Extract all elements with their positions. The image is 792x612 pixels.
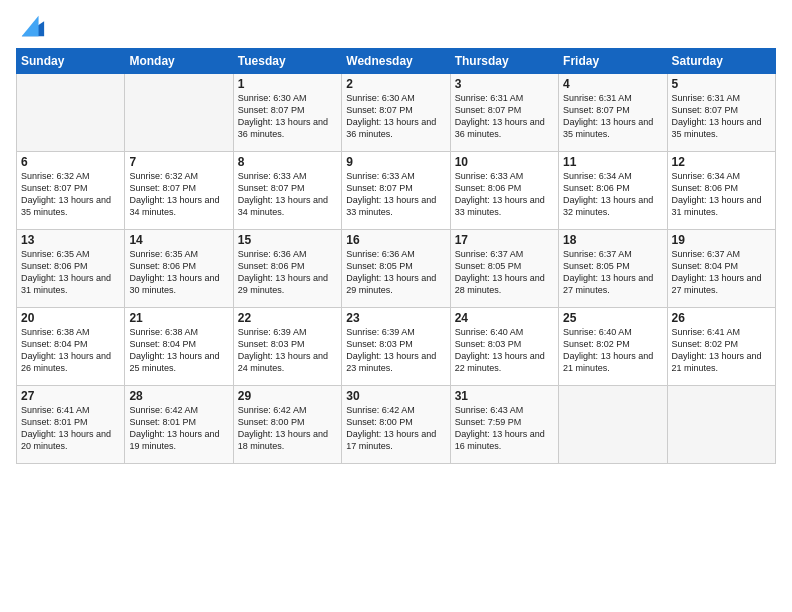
day-number: 30 xyxy=(346,389,445,403)
calendar-cell: 11Sunrise: 6:34 AM Sunset: 8:06 PM Dayli… xyxy=(559,152,667,230)
calendar-cell: 19Sunrise: 6:37 AM Sunset: 8:04 PM Dayli… xyxy=(667,230,775,308)
day-info: Sunrise: 6:43 AM Sunset: 7:59 PM Dayligh… xyxy=(455,404,554,453)
svg-marker-1 xyxy=(22,16,39,37)
day-number: 12 xyxy=(672,155,771,169)
calendar-cell: 1Sunrise: 6:30 AM Sunset: 8:07 PM Daylig… xyxy=(233,74,341,152)
calendar-cell: 21Sunrise: 6:38 AM Sunset: 8:04 PM Dayli… xyxy=(125,308,233,386)
day-info: Sunrise: 6:39 AM Sunset: 8:03 PM Dayligh… xyxy=(238,326,337,375)
calendar-cell: 23Sunrise: 6:39 AM Sunset: 8:03 PM Dayli… xyxy=(342,308,450,386)
calendar-cell: 8Sunrise: 6:33 AM Sunset: 8:07 PM Daylig… xyxy=(233,152,341,230)
calendar-cell: 17Sunrise: 6:37 AM Sunset: 8:05 PM Dayli… xyxy=(450,230,558,308)
day-number: 28 xyxy=(129,389,228,403)
day-info: Sunrise: 6:34 AM Sunset: 8:06 PM Dayligh… xyxy=(563,170,662,219)
day-info: Sunrise: 6:38 AM Sunset: 8:04 PM Dayligh… xyxy=(21,326,120,375)
calendar-cell: 13Sunrise: 6:35 AM Sunset: 8:06 PM Dayli… xyxy=(17,230,125,308)
day-info: Sunrise: 6:31 AM Sunset: 8:07 PM Dayligh… xyxy=(455,92,554,141)
weekday-header: Sunday xyxy=(17,49,125,74)
day-number: 23 xyxy=(346,311,445,325)
calendar-cell: 9Sunrise: 6:33 AM Sunset: 8:07 PM Daylig… xyxy=(342,152,450,230)
calendar-cell xyxy=(667,386,775,464)
day-info: Sunrise: 6:32 AM Sunset: 8:07 PM Dayligh… xyxy=(129,170,228,219)
weekday-header: Monday xyxy=(125,49,233,74)
weekday-header: Saturday xyxy=(667,49,775,74)
day-info: Sunrise: 6:30 AM Sunset: 8:07 PM Dayligh… xyxy=(238,92,337,141)
calendar-cell xyxy=(559,386,667,464)
day-info: Sunrise: 6:36 AM Sunset: 8:06 PM Dayligh… xyxy=(238,248,337,297)
calendar-cell: 6Sunrise: 6:32 AM Sunset: 8:07 PM Daylig… xyxy=(17,152,125,230)
day-info: Sunrise: 6:41 AM Sunset: 8:02 PM Dayligh… xyxy=(672,326,771,375)
calendar-cell: 15Sunrise: 6:36 AM Sunset: 8:06 PM Dayli… xyxy=(233,230,341,308)
day-number: 27 xyxy=(21,389,120,403)
day-info: Sunrise: 6:39 AM Sunset: 8:03 PM Dayligh… xyxy=(346,326,445,375)
calendar-cell: 20Sunrise: 6:38 AM Sunset: 8:04 PM Dayli… xyxy=(17,308,125,386)
day-number: 31 xyxy=(455,389,554,403)
day-number: 24 xyxy=(455,311,554,325)
calendar-cell: 29Sunrise: 6:42 AM Sunset: 8:00 PM Dayli… xyxy=(233,386,341,464)
day-number: 19 xyxy=(672,233,771,247)
calendar-cell: 30Sunrise: 6:42 AM Sunset: 8:00 PM Dayli… xyxy=(342,386,450,464)
day-info: Sunrise: 6:37 AM Sunset: 8:05 PM Dayligh… xyxy=(563,248,662,297)
calendar-cell: 27Sunrise: 6:41 AM Sunset: 8:01 PM Dayli… xyxy=(17,386,125,464)
day-info: Sunrise: 6:33 AM Sunset: 8:06 PM Dayligh… xyxy=(455,170,554,219)
calendar-cell: 24Sunrise: 6:40 AM Sunset: 8:03 PM Dayli… xyxy=(450,308,558,386)
calendar-week-row: 1Sunrise: 6:30 AM Sunset: 8:07 PM Daylig… xyxy=(17,74,776,152)
calendar-cell: 4Sunrise: 6:31 AM Sunset: 8:07 PM Daylig… xyxy=(559,74,667,152)
calendar-cell: 3Sunrise: 6:31 AM Sunset: 8:07 PM Daylig… xyxy=(450,74,558,152)
day-info: Sunrise: 6:38 AM Sunset: 8:04 PM Dayligh… xyxy=(129,326,228,375)
calendar-cell: 14Sunrise: 6:35 AM Sunset: 8:06 PM Dayli… xyxy=(125,230,233,308)
header xyxy=(16,12,776,40)
calendar-page: SundayMondayTuesdayWednesdayThursdayFrid… xyxy=(0,0,792,612)
calendar-cell: 16Sunrise: 6:36 AM Sunset: 8:05 PM Dayli… xyxy=(342,230,450,308)
logo-icon xyxy=(18,12,46,40)
day-info: Sunrise: 6:36 AM Sunset: 8:05 PM Dayligh… xyxy=(346,248,445,297)
calendar-cell: 26Sunrise: 6:41 AM Sunset: 8:02 PM Dayli… xyxy=(667,308,775,386)
calendar-cell: 18Sunrise: 6:37 AM Sunset: 8:05 PM Dayli… xyxy=(559,230,667,308)
calendar-cell: 12Sunrise: 6:34 AM Sunset: 8:06 PM Dayli… xyxy=(667,152,775,230)
day-info: Sunrise: 6:42 AM Sunset: 8:01 PM Dayligh… xyxy=(129,404,228,453)
day-info: Sunrise: 6:37 AM Sunset: 8:05 PM Dayligh… xyxy=(455,248,554,297)
day-number: 3 xyxy=(455,77,554,91)
day-info: Sunrise: 6:40 AM Sunset: 8:03 PM Dayligh… xyxy=(455,326,554,375)
weekday-header: Tuesday xyxy=(233,49,341,74)
day-number: 14 xyxy=(129,233,228,247)
calendar-cell: 28Sunrise: 6:42 AM Sunset: 8:01 PM Dayli… xyxy=(125,386,233,464)
day-info: Sunrise: 6:30 AM Sunset: 8:07 PM Dayligh… xyxy=(346,92,445,141)
day-number: 22 xyxy=(238,311,337,325)
day-number: 16 xyxy=(346,233,445,247)
calendar-cell xyxy=(17,74,125,152)
day-info: Sunrise: 6:31 AM Sunset: 8:07 PM Dayligh… xyxy=(672,92,771,141)
day-info: Sunrise: 6:40 AM Sunset: 8:02 PM Dayligh… xyxy=(563,326,662,375)
day-number: 21 xyxy=(129,311,228,325)
weekday-header: Wednesday xyxy=(342,49,450,74)
calendar-week-row: 27Sunrise: 6:41 AM Sunset: 8:01 PM Dayli… xyxy=(17,386,776,464)
calendar-week-row: 6Sunrise: 6:32 AM Sunset: 8:07 PM Daylig… xyxy=(17,152,776,230)
calendar-cell: 10Sunrise: 6:33 AM Sunset: 8:06 PM Dayli… xyxy=(450,152,558,230)
day-info: Sunrise: 6:33 AM Sunset: 8:07 PM Dayligh… xyxy=(238,170,337,219)
calendar-week-row: 20Sunrise: 6:38 AM Sunset: 8:04 PM Dayli… xyxy=(17,308,776,386)
day-number: 2 xyxy=(346,77,445,91)
logo xyxy=(16,12,46,40)
calendar-cell: 2Sunrise: 6:30 AM Sunset: 8:07 PM Daylig… xyxy=(342,74,450,152)
day-number: 29 xyxy=(238,389,337,403)
calendar-table: SundayMondayTuesdayWednesdayThursdayFrid… xyxy=(16,48,776,464)
day-number: 4 xyxy=(563,77,662,91)
day-info: Sunrise: 6:37 AM Sunset: 8:04 PM Dayligh… xyxy=(672,248,771,297)
day-info: Sunrise: 6:42 AM Sunset: 8:00 PM Dayligh… xyxy=(238,404,337,453)
day-number: 10 xyxy=(455,155,554,169)
day-info: Sunrise: 6:32 AM Sunset: 8:07 PM Dayligh… xyxy=(21,170,120,219)
day-number: 17 xyxy=(455,233,554,247)
day-number: 8 xyxy=(238,155,337,169)
day-number: 25 xyxy=(563,311,662,325)
day-number: 26 xyxy=(672,311,771,325)
calendar-cell: 7Sunrise: 6:32 AM Sunset: 8:07 PM Daylig… xyxy=(125,152,233,230)
day-number: 11 xyxy=(563,155,662,169)
day-number: 5 xyxy=(672,77,771,91)
weekday-header-row: SundayMondayTuesdayWednesdayThursdayFrid… xyxy=(17,49,776,74)
day-info: Sunrise: 6:35 AM Sunset: 8:06 PM Dayligh… xyxy=(21,248,120,297)
day-number: 6 xyxy=(21,155,120,169)
calendar-cell xyxy=(125,74,233,152)
calendar-cell: 31Sunrise: 6:43 AM Sunset: 7:59 PM Dayli… xyxy=(450,386,558,464)
calendar-week-row: 13Sunrise: 6:35 AM Sunset: 8:06 PM Dayli… xyxy=(17,230,776,308)
day-info: Sunrise: 6:31 AM Sunset: 8:07 PM Dayligh… xyxy=(563,92,662,141)
day-number: 9 xyxy=(346,155,445,169)
